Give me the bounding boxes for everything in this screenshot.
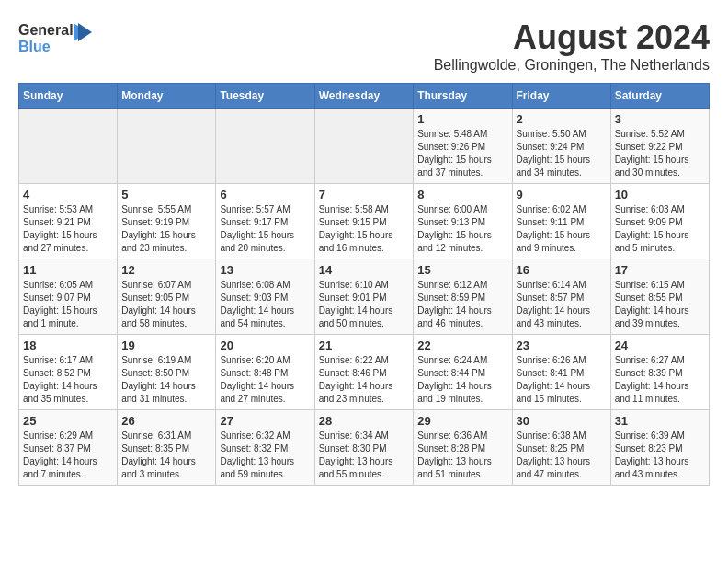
header: General Blue August 2024 Bellingwolde, G… [18,18,710,74]
day-info: Sunrise: 6:34 AMSunset: 8:30 PMDaylight:… [319,430,410,481]
day-number: 20 [220,339,310,352]
location-subtitle: Bellingwolde, Groningen, The Netherlands [434,57,710,74]
day-info: Sunrise: 6:19 AMSunset: 8:50 PMDaylight:… [121,354,211,406]
calendar-cell: 10Sunrise: 6:03 AMSunset: 9:09 PMDayligh… [610,184,709,259]
day-number: 6 [220,188,310,201]
day-info: Sunrise: 6:39 AMSunset: 8:23 PMDaylight:… [615,430,705,481]
calendar-cell: 16Sunrise: 6:14 AMSunset: 8:57 PMDayligh… [512,259,610,335]
calendar-cell: 30Sunrise: 6:38 AMSunset: 8:25 PMDayligh… [512,410,610,486]
calendar-cell: 12Sunrise: 6:07 AMSunset: 9:05 PMDayligh… [118,259,216,335]
calendar-cell [118,109,216,184]
day-number: 7 [319,188,410,201]
calendar-cell: 29Sunrise: 6:36 AMSunset: 8:28 PMDayligh… [414,410,512,486]
calendar-cell: 25Sunrise: 6:29 AMSunset: 8:37 PMDayligh… [19,410,118,486]
day-info: Sunrise: 5:53 AMSunset: 9:21 PMDaylight:… [23,203,113,255]
day-info: Sunrise: 6:12 AMSunset: 8:59 PMDaylight:… [417,279,507,330]
day-number: 28 [319,414,410,428]
day-info: Sunrise: 6:05 AMSunset: 9:07 PMDaylight:… [23,279,113,330]
weekday-header-friday: Friday [512,84,610,109]
calendar-cell: 20Sunrise: 6:20 AMSunset: 8:48 PMDayligh… [216,335,314,410]
day-info: Sunrise: 5:57 AMSunset: 9:17 PMDaylight:… [220,203,310,255]
logo: General Blue [18,18,92,60]
day-info: Sunrise: 5:55 AMSunset: 9:19 PMDaylight:… [121,203,211,255]
calendar-cell: 11Sunrise: 6:05 AMSunset: 9:07 PMDayligh… [19,259,118,335]
calendar-cell: 19Sunrise: 6:19 AMSunset: 8:50 PMDayligh… [118,335,216,410]
weekday-header-wednesday: Wednesday [314,84,414,109]
calendar-cell: 28Sunrise: 6:34 AMSunset: 8:30 PMDayligh… [314,410,414,486]
calendar-cell: 1Sunrise: 5:48 AMSunset: 9:26 PMDaylight… [414,109,512,184]
weekday-header-tuesday: Tuesday [216,84,314,109]
svg-marker-3 [78,23,92,41]
calendar-cell: 4Sunrise: 5:53 AMSunset: 9:21 PMDaylight… [19,184,118,259]
calendar-week-2: 4Sunrise: 5:53 AMSunset: 9:21 PMDaylight… [19,184,710,259]
day-info: Sunrise: 6:22 AMSunset: 8:46 PMDaylight:… [319,354,410,406]
weekday-header-sunday: Sunday [19,84,118,109]
day-info: Sunrise: 6:15 AMSunset: 8:55 PMDaylight:… [615,279,705,330]
calendar-table: SundayMondayTuesdayWednesdayThursdayFrid… [18,83,710,486]
day-info: Sunrise: 6:14 AMSunset: 8:57 PMDaylight:… [517,279,607,330]
calendar-week-3: 11Sunrise: 6:05 AMSunset: 9:07 PMDayligh… [19,259,710,335]
calendar-cell: 7Sunrise: 5:58 AMSunset: 9:15 PMDaylight… [314,184,414,259]
calendar-cell: 31Sunrise: 6:39 AMSunset: 8:23 PMDayligh… [610,410,709,486]
day-number: 31 [615,414,705,428]
weekday-header-row: SundayMondayTuesdayWednesdayThursdayFrid… [19,84,710,109]
calendar-week-4: 18Sunrise: 6:17 AMSunset: 8:52 PMDayligh… [19,335,710,410]
calendar-cell: 26Sunrise: 6:31 AMSunset: 8:35 PMDayligh… [118,410,216,486]
day-number: 2 [517,112,607,126]
calendar-cell: 23Sunrise: 6:26 AMSunset: 8:41 PMDayligh… [512,335,610,410]
calendar-cell: 21Sunrise: 6:22 AMSunset: 8:46 PMDayligh… [314,335,414,410]
day-info: Sunrise: 6:32 AMSunset: 8:32 PMDaylight:… [220,430,310,481]
day-number: 24 [615,339,705,352]
day-number: 10 [615,188,705,201]
calendar-cell: 14Sunrise: 6:10 AMSunset: 9:01 PMDayligh… [314,259,414,335]
calendar-cell: 9Sunrise: 6:02 AMSunset: 9:11 PMDaylight… [512,184,610,259]
logo-svg: General Blue [18,18,92,60]
day-info: Sunrise: 6:10 AMSunset: 9:01 PMDaylight:… [319,279,410,330]
calendar-cell: 2Sunrise: 5:50 AMSunset: 9:24 PMDaylight… [512,109,610,184]
calendar-cell: 8Sunrise: 6:00 AMSunset: 9:13 PMDaylight… [414,184,512,259]
calendar-body: 1Sunrise: 5:48 AMSunset: 9:26 PMDaylight… [19,109,710,486]
month-year-title: August 2024 [434,18,710,57]
day-info: Sunrise: 6:24 AMSunset: 8:44 PMDaylight:… [417,354,507,406]
day-number: 18 [23,339,113,352]
day-info: Sunrise: 6:00 AMSunset: 9:13 PMDaylight:… [417,203,507,255]
day-number: 17 [615,263,705,277]
day-number: 8 [417,188,507,201]
day-number: 1 [417,112,507,126]
svg-text:General: General [18,22,74,38]
weekday-header-thursday: Thursday [414,84,512,109]
calendar-cell: 13Sunrise: 6:08 AMSunset: 9:03 PMDayligh… [216,259,314,335]
day-number: 25 [23,414,113,428]
calendar-cell: 5Sunrise: 5:55 AMSunset: 9:19 PMDaylight… [118,184,216,259]
day-number: 12 [121,263,211,277]
calendar-cell [216,109,314,184]
day-number: 23 [517,339,607,352]
day-number: 13 [220,263,310,277]
day-info: Sunrise: 6:03 AMSunset: 9:09 PMDaylight:… [615,203,705,255]
day-number: 30 [517,414,607,428]
day-number: 3 [615,112,705,126]
calendar-cell: 27Sunrise: 6:32 AMSunset: 8:32 PMDayligh… [216,410,314,486]
day-number: 21 [319,339,410,352]
day-number: 16 [517,263,607,277]
day-number: 4 [23,188,113,201]
day-number: 11 [23,263,113,277]
calendar-cell: 3Sunrise: 5:52 AMSunset: 9:22 PMDaylight… [610,109,709,184]
day-info: Sunrise: 5:58 AMSunset: 9:15 PMDaylight:… [319,203,410,255]
day-info: Sunrise: 6:07 AMSunset: 9:05 PMDaylight:… [121,279,211,330]
day-info: Sunrise: 5:50 AMSunset: 9:24 PMDaylight:… [517,128,607,179]
day-number: 22 [417,339,507,352]
day-number: 26 [121,414,211,428]
day-info: Sunrise: 6:08 AMSunset: 9:03 PMDaylight:… [220,279,310,330]
calendar-cell [314,109,414,184]
day-info: Sunrise: 6:36 AMSunset: 8:28 PMDaylight:… [417,430,507,481]
calendar-cell: 24Sunrise: 6:27 AMSunset: 8:39 PMDayligh… [610,335,709,410]
calendar-cell [19,109,118,184]
day-info: Sunrise: 6:27 AMSunset: 8:39 PMDaylight:… [615,354,705,406]
calendar-cell: 15Sunrise: 6:12 AMSunset: 8:59 PMDayligh… [414,259,512,335]
day-number: 9 [517,188,607,201]
calendar-cell: 18Sunrise: 6:17 AMSunset: 8:52 PMDayligh… [19,335,118,410]
day-info: Sunrise: 5:48 AMSunset: 9:26 PMDaylight:… [417,128,507,179]
day-number: 29 [417,414,507,428]
day-info: Sunrise: 6:17 AMSunset: 8:52 PMDaylight:… [23,354,113,406]
